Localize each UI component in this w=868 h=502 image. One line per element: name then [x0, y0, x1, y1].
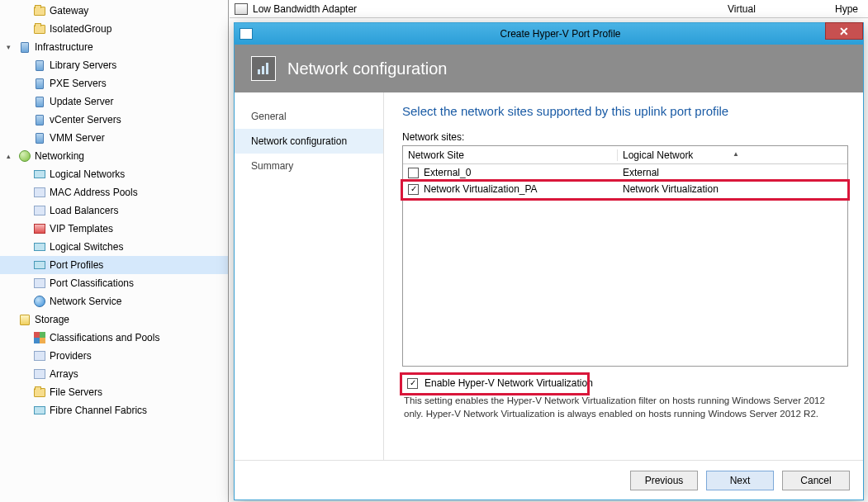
svg-rect-1 — [262, 66, 264, 74]
server-icon — [18, 40, 31, 54]
tree-item[interactable]: Network Service — [0, 292, 228, 310]
svg-rect-2 — [266, 63, 268, 74]
tree-item-label: vCenter Servers — [50, 114, 121, 126]
server-icon — [33, 95, 46, 108]
tree-item[interactable]: IsolatedGroup — [0, 20, 228, 38]
switch-icon — [33, 258, 46, 272]
generic-icon — [33, 186, 46, 199]
tree-item[interactable]: Update Server — [0, 92, 228, 111]
tree-item[interactable]: Providers — [0, 347, 228, 365]
tree-item-label: Library Servers — [50, 59, 116, 71]
adapter-host: Hype — [835, 3, 868, 15]
tree-item-label: Networking — [35, 150, 84, 162]
adapter-icon — [235, 3, 248, 15]
folder-icon — [33, 22, 46, 36]
tree-item[interactable]: Fibre Channel Fabrics — [0, 401, 228, 419]
sort-arrow-icon: ▲ — [733, 150, 739, 158]
wizard-app-icon — [240, 28, 253, 40]
tree-item-label: Classifications and Pools — [50, 332, 159, 343]
color-icon — [33, 331, 46, 344]
cancel-button[interactable]: Cancel — [782, 471, 850, 490]
sidebar: GatewayIsolatedGroup▾InfrastructureLibra… — [0, 0, 229, 502]
tree-item-label: Update Server — [50, 96, 113, 107]
wizard-header: Network configuration — [235, 45, 863, 92]
tree-item[interactable]: Arrays — [0, 365, 228, 383]
enable-hnv-description: This setting enables the Hyper-V Network… — [402, 395, 848, 420]
net-icon — [18, 149, 31, 163]
generic-icon — [33, 349, 46, 362]
network-sites-table: Network Site Logical Network ▲ External_… — [402, 145, 848, 367]
tree-item[interactable]: PXE Servers — [0, 74, 228, 92]
table-header[interactable]: Network Site Logical Network ▲ — [403, 146, 847, 164]
tree-item-label: Port Classifications — [50, 277, 134, 289]
cell-site: Network Virtualization_PA — [424, 183, 538, 195]
tree-item[interactable]: Gateway — [0, 2, 228, 20]
expander-icon[interactable]: ▾ — [7, 43, 17, 51]
wizard-nav-item[interactable]: Summary — [235, 154, 383, 178]
adapter-type: Virtual — [728, 3, 835, 15]
row-checkbox[interactable] — [408, 168, 419, 178]
tree-item[interactable]: Logical Networks — [0, 165, 228, 183]
next-button[interactable]: Next — [706, 471, 774, 490]
close-button[interactable]: ✕ — [825, 22, 863, 40]
tree-item-label: PXE Servers — [50, 78, 107, 89]
folder-icon — [33, 386, 46, 399]
wizard-content: Select the network sites supported by th… — [384, 92, 863, 460]
tree-item[interactable]: VIP Templates — [0, 220, 228, 238]
globe-icon — [33, 295, 46, 308]
server-icon — [33, 113, 46, 126]
tree-item[interactable]: vCenter Servers — [0, 111, 228, 129]
column-network-site[interactable]: Network Site — [403, 149, 618, 161]
table-label: Network sites: — [402, 131, 848, 143]
tree-item[interactable]: VMM Server — [0, 129, 228, 147]
tree-item-label: MAC Address Pools — [50, 187, 138, 198]
switch-icon — [33, 168, 46, 181]
adapter-name: Low Bandwidth Adapter — [253, 3, 728, 15]
switch-icon — [33, 240, 46, 253]
tree-item[interactable]: Load Balancers — [0, 201, 228, 220]
table-row[interactable]: Network Virtualization_PANetwork Virtual… — [403, 181, 847, 197]
column-logical-network[interactable]: Logical Network ▲ — [618, 149, 847, 161]
tree-item[interactable]: Library Servers — [0, 56, 228, 74]
background-grid-row[interactable]: Low Bandwidth Adapter Virtual Hype — [230, 0, 868, 18]
tree-item-label: Port Profiles — [50, 259, 103, 271]
generic-icon — [33, 367, 46, 381]
tree-item[interactable]: Classifications and Pools — [0, 329, 228, 347]
tree-item[interactable]: MAC Address Pools — [0, 183, 228, 201]
wizard-dialog: Create Hyper-V Port Profile ✕ Network co… — [234, 22, 864, 500]
tree-item-label: Network Service — [50, 296, 121, 307]
wizard-titlebar[interactable]: Create Hyper-V Port Profile ✕ — [235, 23, 863, 45]
enable-hnv-checkbox[interactable] — [407, 378, 418, 389]
expander-icon[interactable]: ▴ — [7, 152, 17, 160]
row-checkbox[interactable] — [408, 184, 419, 195]
tree-item[interactable]: Port Classifications — [0, 274, 228, 292]
switch-icon — [33, 404, 46, 417]
tree-item-label: VMM Server — [50, 132, 105, 144]
previous-button[interactable]: Previous — [630, 471, 698, 490]
wizard-footer: Previous Next Cancel — [235, 460, 863, 500]
tree-item-label: IsolatedGroup — [50, 23, 111, 35]
tree-item[interactable]: Port Profiles — [0, 256, 228, 274]
tree-item[interactable]: Storage — [0, 310, 228, 329]
table-row[interactable]: External_0External — [403, 164, 847, 181]
tree-item-label: Storage — [35, 314, 69, 325]
red-icon — [33, 222, 46, 235]
navigation-tree: GatewayIsolatedGroup▾InfrastructureLibra… — [0, 0, 228, 421]
tree-item-label: Gateway — [50, 5, 88, 17]
wizard-nav-item[interactable]: General — [235, 104, 383, 129]
wizard-nav-item[interactable]: Network configuration — [235, 129, 383, 154]
tree-item-label: VIP Templates — [50, 223, 113, 234]
enable-hnv-label: Enable Hyper-V Network Virtualization — [425, 377, 593, 389]
wizard-header-icon — [251, 56, 276, 81]
cell-network: Network Virtualization — [618, 183, 847, 195]
tree-item[interactable]: ▾Infrastructure — [0, 38, 228, 56]
tree-item-label: Arrays — [50, 368, 78, 380]
tree-item[interactable]: Logical Switches — [0, 238, 228, 256]
enable-hnv-row[interactable]: Enable Hyper-V Network Virtualization — [402, 375, 848, 391]
server-icon — [33, 77, 46, 90]
server-icon — [33, 131, 46, 144]
wizard-nav: GeneralNetwork configurationSummary — [235, 92, 384, 460]
cell-network: External — [618, 167, 847, 178]
tree-item[interactable]: File Servers — [0, 383, 228, 401]
tree-item[interactable]: ▴Networking — [0, 147, 228, 165]
